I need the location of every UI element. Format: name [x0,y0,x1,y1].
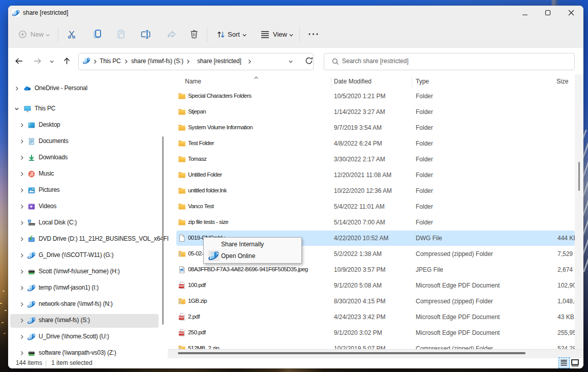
svg-text:PDF: PDF [179,332,184,335]
svg-text:PDF: PDF [179,284,184,288]
svg-text:PDF: PDF [179,316,184,319]
